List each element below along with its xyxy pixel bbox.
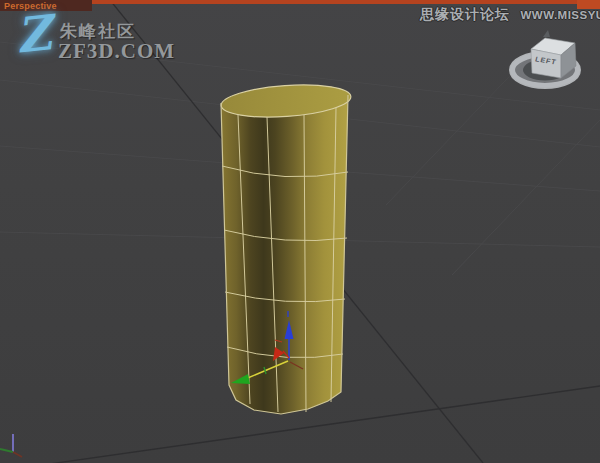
watermark-missyuan: 思缘设计论坛 WWW.MISSYUAN.COM — [420, 5, 600, 23]
world-axis-tripod-icon — [0, 434, 22, 457]
perspective-viewport[interactable]: Perspective Z 朱峰社区 ZF3D.COM 思缘设计论坛 WWW.M… — [0, 0, 600, 463]
zf3d-site-url: ZF3D.COM — [58, 39, 175, 64]
zf3d-logo-icon: Z — [14, 8, 54, 59]
missyuan-forum-url: WWW.MISSYUAN.COM — [520, 9, 600, 21]
missyuan-forum-name: 思缘设计论坛 — [420, 6, 510, 24]
watermark-zf3d: Z 朱峰社区 ZF3D.COM — [10, 8, 200, 78]
cylinder-object[interactable] — [220, 81, 352, 414]
